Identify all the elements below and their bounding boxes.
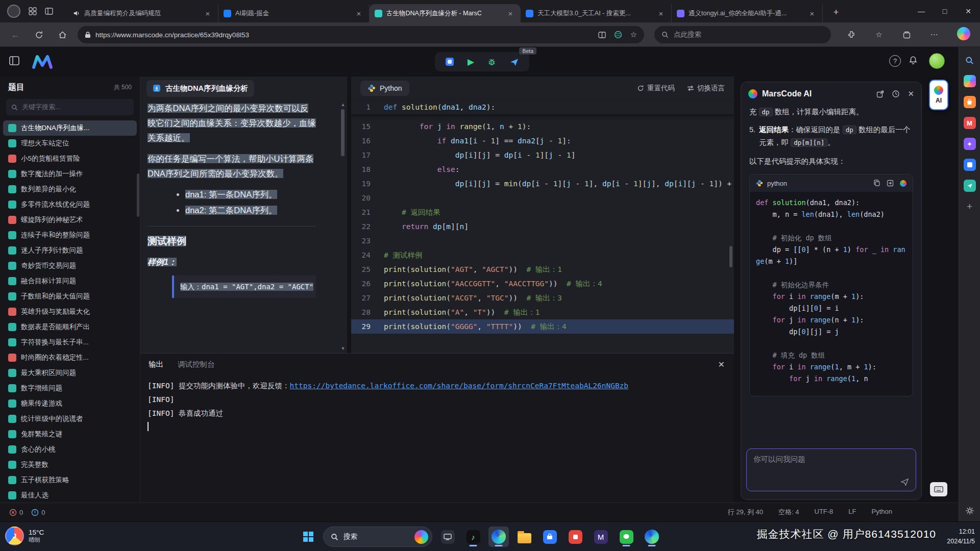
sidebar-search-icon[interactable] xyxy=(964,54,976,66)
problem-list-item[interactable]: 多零件流水线优化问题 xyxy=(3,197,137,212)
favorite-star-icon[interactable]: ☆ xyxy=(630,30,637,39)
problem-list-item[interactable]: 完美整数 xyxy=(3,457,137,472)
more-icon[interactable]: ⋯ xyxy=(926,27,942,42)
code-line[interactable]: 24# 测试样例 xyxy=(351,248,734,262)
translate-icon[interactable] xyxy=(614,31,622,39)
log-link[interactable]: https://bytedance.larkoffice.com/share/b… xyxy=(290,382,628,390)
problem-list-item[interactable]: 统计班级中的说谎者 xyxy=(3,411,137,427)
address-bar[interactable]: https://www.marscode.cn/practice/65x39dr… xyxy=(78,26,644,43)
problem-list-item[interactable]: 理想火车站定位 xyxy=(3,136,137,151)
collections-icon[interactable] xyxy=(898,27,915,42)
problem-list-item[interactable]: 糖果传递游戏 xyxy=(3,396,137,411)
status-item[interactable]: Python xyxy=(872,508,892,517)
code-line[interactable]: 15 for j in range(1, n + 1): xyxy=(351,119,734,134)
problem-list-item[interactable]: 数据表是否能顺利产出 xyxy=(3,319,137,335)
url-text[interactable]: https://www.marscode.cn/practice/65x39dr… xyxy=(95,31,594,39)
problem-list-item[interactable]: 迷人子序列计数问题 xyxy=(3,243,137,258)
problem-list-item[interactable]: 融合目标计算问题 xyxy=(3,273,137,289)
messenger-icon[interactable] xyxy=(964,180,976,192)
code-line[interactable]: 20 xyxy=(351,191,734,205)
ai-chat-input[interactable]: 你可以问我问题 xyxy=(746,448,916,491)
app-dark-icon[interactable]: M xyxy=(591,527,611,547)
wand-icon[interactable] xyxy=(900,180,906,187)
problem-list-item[interactable]: 兔群繁殖之谜 xyxy=(3,427,137,442)
app-red-icon[interactable] xyxy=(565,527,585,547)
taskbar-search[interactable]: 搜索 xyxy=(323,527,432,547)
problem-list-item[interactable]: 数列差异的最小化 xyxy=(3,182,137,197)
console-tab[interactable]: 调试控制台 xyxy=(178,360,215,369)
status-item[interactable]: LF xyxy=(848,508,856,517)
share-icon[interactable] xyxy=(876,90,884,98)
insert-icon[interactable] xyxy=(887,180,894,187)
browser-tab[interactable]: 天工大模型3.0_天工AI - 搜索更...× xyxy=(521,4,672,22)
gear-icon[interactable] xyxy=(965,506,974,515)
quick-search-box[interactable]: 点此搜索 xyxy=(654,26,831,43)
problem-list-item[interactable]: 最大乘积区间问题 xyxy=(3,365,137,381)
language-chip[interactable]: Python xyxy=(360,81,409,96)
tab-close-icon[interactable]: × xyxy=(203,8,213,18)
folder-icon[interactable] xyxy=(514,527,534,547)
problem-list-item[interactable]: 时尚圈的衣着稳定性... xyxy=(3,350,137,365)
scrollbar-thumb[interactable] xyxy=(341,109,345,156)
browser-tab[interactable]: 通义tongyi.ai_你的全能AI助手-通...× xyxy=(672,4,823,22)
tiktok-icon[interactable]: ♪ xyxy=(463,527,483,547)
code-line[interactable]: 22 return dp[m][n] xyxy=(351,219,734,234)
debug-icon[interactable] xyxy=(487,58,496,66)
code-line[interactable]: 21 # 返回结果 xyxy=(351,205,734,219)
copilot-icon[interactable] xyxy=(964,75,976,87)
problem-list-item[interactable]: 奇妙货币交易问题 xyxy=(3,258,137,273)
problem-list-item[interactable]: 数字魔法的加一操作 xyxy=(3,166,137,182)
refresh-icon[interactable] xyxy=(30,26,48,43)
vertical-tabs-icon[interactable] xyxy=(45,7,53,15)
warnings-indicator[interactable]: 0 xyxy=(31,509,45,516)
copilot-icon[interactable] xyxy=(955,26,972,41)
history-icon[interactable] xyxy=(892,90,900,98)
game-icon[interactable]: ✦ xyxy=(964,138,976,150)
m365-icon[interactable]: M xyxy=(964,117,976,129)
taskbar-clock[interactable]: 12:01 2024/11/5 xyxy=(947,527,975,546)
send-icon[interactable] xyxy=(900,478,909,486)
code-line[interactable]: 28print(solution("A", "T")) # 输出：1 xyxy=(351,305,734,319)
code-line[interactable]: 17 dp[i][j] = dp[i - 1][j - 1] xyxy=(351,148,734,162)
console-tab[interactable]: 输出 xyxy=(149,360,163,369)
editor-scrollbar[interactable] xyxy=(729,246,732,267)
code-line[interactable]: 1def solution(dna1, dna2): xyxy=(351,100,734,114)
reset-code-button[interactable]: 重置代码 xyxy=(637,84,675,93)
sidebar-scrollbar[interactable] xyxy=(137,173,139,217)
panel-toggle-icon[interactable] xyxy=(9,56,19,65)
close-window-button[interactable]: ✕ xyxy=(957,0,980,22)
problem-scrollbar[interactable]: ▲ ▼ xyxy=(340,102,346,351)
workspaces-icon[interactable] xyxy=(29,7,37,15)
code-area[interactable]: 1def solution(dna1, dna2):15 for j in ra… xyxy=(351,100,734,353)
errors-indicator[interactable]: 0 xyxy=(9,509,23,516)
tab-close-icon[interactable]: × xyxy=(656,8,666,18)
edge-icon[interactable] xyxy=(488,527,509,547)
add-sidebar-icon[interactable]: + xyxy=(964,201,976,213)
code-line[interactable]: 16 if dna1[i - 1] == dna2[j - 1]: xyxy=(351,134,734,148)
problem-list-item[interactable]: 数字增殖问题 xyxy=(3,381,137,396)
layout-icon[interactable] xyxy=(445,57,454,66)
problem-list-item[interactable]: 字符替换与最长子串... xyxy=(3,335,137,350)
maximize-button[interactable]: □ xyxy=(933,0,957,22)
problem-search-input[interactable]: 关键字搜索... xyxy=(6,99,134,115)
split-screen-icon[interactable] xyxy=(598,32,606,38)
problem-list-item[interactable]: 五子棋获胜策略 xyxy=(3,472,137,488)
problem-list-item[interactable]: 连续子串和的整除问题 xyxy=(3,228,137,243)
status-item[interactable]: UTF-8 xyxy=(815,508,834,517)
submit-icon[interactable] xyxy=(509,57,519,67)
problems-indicators[interactable]: 0 0 xyxy=(9,509,45,516)
weather-widget[interactable]: J 15°C 晴朗 xyxy=(5,527,44,545)
tab-close-icon[interactable]: × xyxy=(505,8,516,18)
problem-list-item[interactable]: 小5的货船租赁冒险 xyxy=(3,151,137,166)
marscode-logo[interactable] xyxy=(32,55,53,69)
code-line[interactable]: 25print(solution("AGT", "AGCT")) # 输出：1 xyxy=(351,262,734,277)
help-icon[interactable]: ? xyxy=(889,55,901,67)
problem-list-item[interactable]: 最佳人选 xyxy=(3,488,137,503)
code-line[interactable]: 23 xyxy=(351,234,734,248)
new-tab-button[interactable]: + xyxy=(829,6,843,18)
marscode-ai-widget[interactable]: AI xyxy=(929,80,948,110)
browser-profile-avatar[interactable] xyxy=(7,5,20,18)
back-icon[interactable]: ← xyxy=(6,26,24,43)
code-line[interactable]: 26print(solution("AACCGGTT", "AACCTTGG")… xyxy=(351,277,734,291)
problem-title-chip[interactable]: 古生物DNA序列血缘分析 xyxy=(146,80,254,97)
